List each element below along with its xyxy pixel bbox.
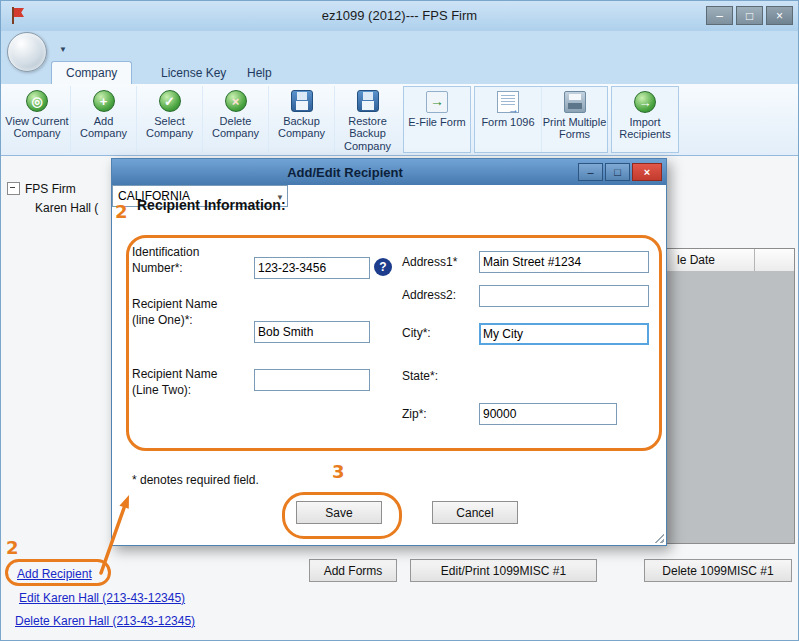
import-recipients-button[interactable]: Import Recipients (612, 87, 678, 152)
ribbon-button-label: Restore Backup Company (335, 115, 400, 152)
cancel-button[interactable]: Cancel (432, 501, 518, 524)
dialog-title: Add/Edit Recipient (112, 165, 578, 180)
app-menu-orb[interactable] (7, 32, 47, 72)
company-tree: FPS Firm Karen Hall ( (7, 179, 98, 217)
tree-collapse-icon[interactable] (7, 182, 20, 195)
zip-input[interactable] (479, 403, 617, 425)
maximize-button[interactable]: □ (736, 6, 763, 25)
print-multiple-forms-icon (564, 91, 586, 113)
select-company-button[interactable]: Select Company (136, 86, 202, 153)
quick-access-dropdown-icon[interactable] (59, 38, 67, 56)
forms-grid: le Date (665, 248, 795, 544)
tree-item-label: Karen Hall ( (35, 201, 98, 215)
ribbon-button-label: Form 1096 (481, 116, 534, 128)
save-button[interactable]: Save (296, 501, 382, 524)
dialog-titlebar[interactable]: Add/Edit Recipient – □ × (112, 159, 666, 185)
ribbon-button-label: E-File Form (408, 116, 465, 128)
ribbon-button-label: Add Company (71, 115, 136, 140)
ribbon-group-efile: E-File Form (403, 86, 471, 153)
tree-item-fps-firm[interactable]: FPS Firm (7, 179, 98, 198)
ribbon-button-label: Delete Company (203, 115, 268, 140)
delete-company-button[interactable]: Delete Company (202, 86, 268, 153)
print-multiple-forms-button[interactable]: Print Multiple Forms (541, 87, 607, 152)
dialog-close-button[interactable]: × (632, 163, 662, 181)
tree-item-label: FPS Firm (25, 182, 76, 196)
ribbon-group-forms: Form 1096 Print Multiple Forms (474, 86, 608, 153)
zip-label: Zip*: (402, 407, 427, 423)
efile-form-button[interactable]: E-File Form (404, 87, 470, 152)
ribbon-group-import: Import Recipients (611, 86, 679, 153)
grid-column-header[interactable]: le Date (666, 253, 715, 267)
state-label: State*: (402, 369, 438, 385)
restore-backup-company-button[interactable]: Restore Backup Company (334, 86, 400, 153)
minimize-button[interactable]: – (706, 6, 733, 25)
tab-strip: Company License Key Help (1, 31, 798, 84)
recipient-name-two-input[interactable] (254, 369, 370, 391)
recipient-information-heading: Recipient Information: (137, 197, 286, 213)
form-1096-icon (497, 91, 519, 113)
tab-help[interactable]: Help (233, 62, 286, 84)
delete-company-icon (225, 90, 247, 112)
annotation-step-2: 2 (115, 201, 128, 222)
ribbon: View Current Company Add Company Select … (1, 84, 798, 156)
tree-item-karen-hall[interactable]: Karen Hall ( (7, 198, 98, 217)
annotation-step-3: 3 (332, 461, 345, 482)
window-title: ez1099 (2012)--- FPS Firm (1, 8, 798, 23)
grid-column-divider (754, 249, 755, 271)
recipient-name-one-label: Recipient Name (line One)*: (132, 297, 227, 328)
close-button[interactable]: × (766, 6, 793, 25)
delete-1099misc-button[interactable]: Delete 1099MISC #1 (644, 559, 792, 582)
tab-company[interactable]: Company (51, 61, 132, 84)
backup-company-icon (291, 90, 313, 112)
view-current-company-button[interactable]: View Current Company (4, 86, 70, 153)
ribbon-button-label: Import Recipients (612, 116, 678, 141)
address2-input[interactable] (479, 285, 649, 307)
ribbon-button-label: Print Multiple Forms (542, 116, 607, 141)
add-company-icon (93, 90, 115, 112)
form-1096-button[interactable]: Form 1096 (475, 87, 541, 152)
import-recipients-icon (634, 91, 656, 113)
recipient-name-one-input[interactable] (254, 321, 370, 343)
annotation-step-2-link: 2 (6, 537, 19, 558)
help-icon[interactable]: ? (374, 258, 392, 276)
restore-backup-company-icon (357, 90, 379, 112)
add-recipient-link[interactable]: Add Recipient (17, 567, 92, 581)
dialog-minimize-button[interactable]: – (578, 163, 603, 181)
ribbon-button-label: Select Company (137, 115, 202, 140)
backup-company-button[interactable]: Backup Company (268, 86, 334, 153)
edit-karen-hall-link[interactable]: Edit Karen Hall (213-43-12345) (19, 591, 185, 605)
identification-number-label: Identification Number*: (132, 245, 227, 276)
resize-grip[interactable] (652, 531, 664, 543)
add-company-button[interactable]: Add Company (70, 86, 136, 153)
ribbon-button-label: Backup Company (269, 115, 334, 140)
edit-print-1099misc-button[interactable]: Edit/Print 1099MISC #1 (410, 559, 597, 582)
ribbon-button-label: View Current Company (4, 115, 70, 140)
efile-form-icon (426, 91, 448, 113)
dialog-maximize-button[interactable]: □ (605, 163, 630, 181)
identification-number-input[interactable] (254, 257, 370, 279)
tab-license-key[interactable]: License Key (147, 62, 240, 84)
window-controls: – □ × (706, 6, 793, 25)
delete-karen-hall-link[interactable]: Delete Karen Hall (213-43-12345) (15, 614, 195, 628)
ribbon-group-company: View Current Company Add Company Select … (4, 86, 400, 153)
grid-body (666, 271, 794, 543)
address1-input[interactable] (479, 251, 649, 273)
view-current-company-icon (26, 90, 48, 112)
address1-label: Address1* (402, 255, 457, 271)
address2-label: Address2: (402, 288, 456, 304)
city-label: City*: (402, 326, 431, 342)
dialog-window-controls: – □ × (578, 163, 662, 181)
app-window: ez1099 (2012)--- FPS Firm – □ × Company … (0, 0, 799, 641)
add-forms-button[interactable]: Add Forms (309, 559, 397, 582)
required-field-note: * denotes required field. (132, 473, 259, 487)
select-company-icon (159, 90, 181, 112)
dialog-body: 2 Recipient Information: Identification … (112, 185, 666, 545)
add-edit-recipient-dialog: Add/Edit Recipient – □ × 2 Recipient Inf… (111, 158, 667, 546)
recipient-name-two-label: Recipient Name (Line Two): (132, 367, 227, 398)
city-input[interactable] (479, 323, 649, 345)
window-titlebar[interactable]: ez1099 (2012)--- FPS Firm – □ × (1, 1, 798, 32)
grid-header-row: le Date (666, 249, 794, 272)
